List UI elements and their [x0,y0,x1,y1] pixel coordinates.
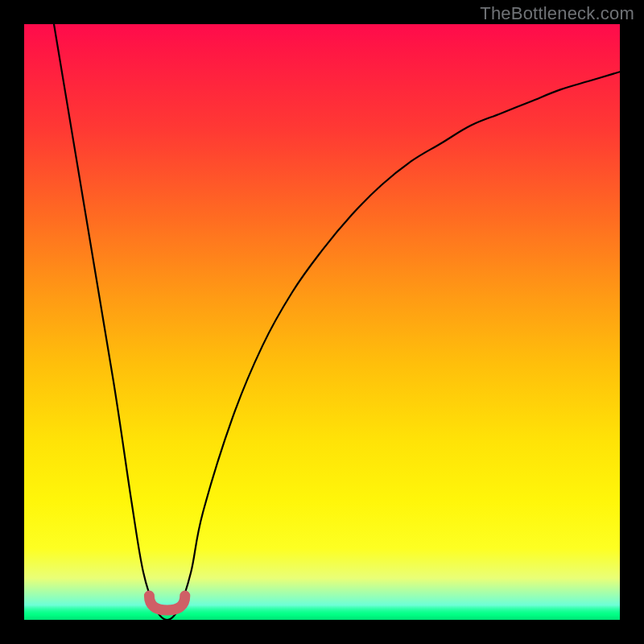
bottleneck-dip-marker [149,596,184,610]
plot-area [24,24,620,620]
bottleneck-curve-svg [24,24,620,620]
chart-frame: TheBottleneck.com [0,0,644,644]
watermark-text: TheBottleneck.com [480,3,634,24]
bottleneck-curve [54,24,620,620]
